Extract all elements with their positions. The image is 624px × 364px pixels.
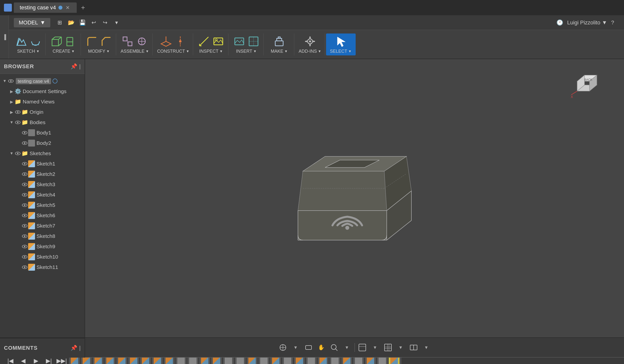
cmd-inspect[interactable]: INSPECT ▼ <box>194 33 228 55</box>
viewcube[interactable]: BACK X <box>570 67 604 101</box>
comments-collapse-button[interactable]: | <box>79 345 81 351</box>
vp-zoom-dropdown-btn[interactable]: ▼ <box>342 342 352 353</box>
tl-item-19[interactable] <box>282 358 293 364</box>
undo-icon[interactable]: ↩ <box>89 18 98 27</box>
tl-item-6[interactable] <box>128 358 139 364</box>
tl-item-17[interactable] <box>259 358 269 364</box>
sidebar-pin-button[interactable]: 📌 <box>71 63 77 70</box>
redo-icon[interactable]: ↪ <box>101 18 109 27</box>
tl-item-18[interactable] <box>270 358 281 364</box>
sidebar-item-sketch11[interactable]: Sketch11 <box>0 262 85 273</box>
tl-item-7[interactable] <box>140 358 151 364</box>
sidebar-item-document-settings[interactable]: ⚙️ Document Settings <box>0 86 85 96</box>
sidebar-item-origin[interactable]: 📁 Origin <box>0 107 85 117</box>
timeline-first-btn[interactable]: |◀ <box>5 358 16 364</box>
sidebar-item-sketch6[interactable]: Sketch6 <box>0 210 85 221</box>
tl-item-3[interactable] <box>93 358 104 364</box>
vp-dropdown-btn[interactable]: ▼ <box>290 342 301 353</box>
redo-dropdown-icon[interactable]: ▾ <box>112 18 121 27</box>
sidebar-item-sketch2[interactable]: Sketch2 <box>0 169 85 179</box>
timeline-last-btn[interactable]: ▶▶| <box>56 358 67 364</box>
sidebar-item-sketch7[interactable]: Sketch7 <box>0 221 85 231</box>
cmd-construct[interactable]: CONSTRUCT ▼ <box>154 33 193 55</box>
vp-zoom-fit-btn[interactable] <box>329 342 340 353</box>
tl-item-22[interactable] <box>318 358 329 364</box>
vp-section-dropdown-btn[interactable]: ▼ <box>421 342 432 353</box>
help-button[interactable]: ? <box>611 20 614 26</box>
timeline-play-btn[interactable]: ▶ <box>31 358 41 364</box>
tl-item-current[interactable] <box>389 358 400 364</box>
tl-item-10[interactable] <box>176 358 186 364</box>
timeline-next-btn[interactable]: ▶| <box>43 358 54 364</box>
tl-item-15[interactable] <box>235 358 246 364</box>
tl-item-8[interactable] <box>152 358 163 364</box>
model-dropdown-arrow: ▼ <box>40 20 45 26</box>
tl-item-23[interactable] <box>330 358 340 364</box>
sidebar-item-bodies[interactable]: 📁 Bodies <box>0 117 85 128</box>
cmd-make[interactable]: MAKE ▼ <box>265 33 294 55</box>
tl-item-14[interactable] <box>223 358 234 364</box>
tl-item-12[interactable] <box>199 358 210 364</box>
tl-item-11[interactable] <box>187 358 198 364</box>
tab-close-button[interactable]: ✕ <box>65 5 71 11</box>
tl-item-26[interactable] <box>365 358 376 364</box>
sidebar-item-sketch8[interactable]: Sketch8 <box>0 231 85 241</box>
tl-item-4[interactable] <box>104 358 115 364</box>
sidebar-item-sketches[interactable]: 📁 Sketches <box>0 148 85 159</box>
toolbar-toggle[interactable]: ▐ <box>0 15 9 59</box>
new-tab-button[interactable]: + <box>79 3 88 12</box>
cmd-addins[interactable]: ADD-INS ▼ <box>295 33 325 55</box>
save-icon[interactable]: 💾 <box>78 18 87 27</box>
toolbar-area: ▐ MODEL ▼ ⊞ 📂 💾 ↩ ↪ ▾ 🕐 Luigi Pizzolito … <box>0 15 624 59</box>
cmd-assemble[interactable]: ASSEMBLE ▼ <box>117 33 153 55</box>
tl-item-21[interactable] <box>306 358 317 364</box>
tl-item-25[interactable] <box>353 358 364 364</box>
vp-display-dropdown-btn[interactable]: ▼ <box>370 342 381 353</box>
tl-item-5[interactable] <box>116 358 127 364</box>
vp-section-btn[interactable] <box>408 342 419 353</box>
tl-item-1[interactable] <box>69 358 80 364</box>
viewport[interactable]: BACK X <box>85 59 624 337</box>
user-menu-button[interactable]: Luigi Pizzolito ▼ <box>567 20 607 26</box>
sidebar-collapse-button[interactable]: | <box>79 63 81 70</box>
svg-text:BACK: BACK <box>584 78 593 82</box>
tl-item-24[interactable] <box>341 358 352 364</box>
sidebar-item-sketch9[interactable]: Sketch9 <box>0 241 85 252</box>
inspect-measure-icon <box>198 35 210 48</box>
cmd-insert[interactable]: INSERT ▼ <box>229 33 264 55</box>
vp-orbit-btn[interactable] <box>303 342 314 353</box>
sidebar-item-sketch5[interactable]: Sketch5 <box>0 200 85 210</box>
tl-item-2[interactable] <box>81 358 92 364</box>
sidebar-item-sketch4[interactable]: Sketch4 <box>0 190 85 200</box>
cmd-create[interactable]: CREATE ▼ <box>47 33 81 55</box>
vp-grid-btn[interactable] <box>383 342 393 353</box>
vp-fit-btn[interactable] <box>278 342 288 353</box>
tl-item-13[interactable] <box>211 358 222 364</box>
tl-item-9[interactable] <box>164 358 175 364</box>
comments-pin-button[interactable]: 📌 <box>71 345 77 351</box>
cmd-modify[interactable]: MODIFY ▼ <box>82 33 116 55</box>
history-button[interactable]: 🕐 <box>556 20 563 26</box>
cmd-select[interactable]: SELECT ▼ <box>326 33 356 55</box>
open-file-icon[interactable]: 📂 <box>67 18 76 27</box>
model-dropdown-button[interactable]: MODEL ▼ <box>14 18 50 27</box>
sketch4-label: Sketch4 <box>36 192 55 198</box>
vp-pan-btn[interactable]: ✋ <box>316 342 327 353</box>
tree-root-item[interactable]: testing case v4 <box>0 76 85 86</box>
sidebar-item-sketch1[interactable]: Sketch1 <box>0 159 85 169</box>
vp-display-mode-btn[interactable] <box>357 342 368 353</box>
vp-grid-dropdown-btn[interactable]: ▼ <box>395 342 406 353</box>
tl-item-20[interactable] <box>294 358 305 364</box>
sidebar-item-sketch10[interactable]: Sketch10 <box>0 252 85 262</box>
timeline-prev-btn[interactable]: ◀ <box>18 358 29 364</box>
active-tab[interactable]: testing case v4 ✕ <box>14 2 77 13</box>
sidebar-item-body2[interactable]: Body2 <box>0 138 85 148</box>
sidebar-item-body1[interactable]: Body1 <box>0 128 85 138</box>
sidebar-item-named-views[interactable]: 📁 Named Views <box>0 96 85 107</box>
home-icon[interactable]: ⊞ <box>55 18 64 27</box>
sidebar-item-sketch3[interactable]: Sketch3 <box>0 179 85 190</box>
tl-item-27[interactable] <box>377 358 388 364</box>
tab-indicator <box>58 6 62 10</box>
cmd-sketch[interactable]: SKETCH ▼ <box>11 33 46 55</box>
tl-item-16[interactable] <box>247 358 258 364</box>
